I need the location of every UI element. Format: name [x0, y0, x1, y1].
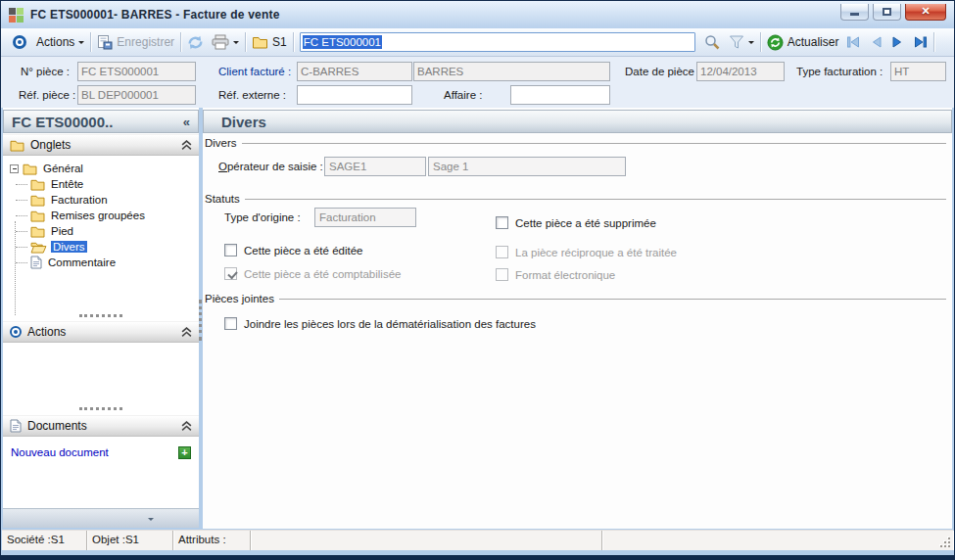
- panel-splitter-handle[interactable]: [79, 314, 122, 317]
- status-empty-cell: [602, 531, 953, 550]
- add-document-button[interactable]: +: [178, 446, 191, 459]
- toolbar-separator: [760, 32, 761, 52]
- operateur-saisie-label: Opérateur de saisie :: [218, 157, 323, 176]
- toolbar-separator: [933, 32, 934, 52]
- filter-caret-icon: [748, 41, 754, 47]
- actualiser-button[interactable]: Actualiser: [767, 34, 839, 51]
- tree-node-entete[interactable]: Entête: [3, 176, 199, 192]
- save-button[interactable]: Enregistrer: [97, 34, 174, 50]
- affaire-field[interactable]: [510, 85, 610, 105]
- record-target-icon: [13, 35, 26, 49]
- ref-piece-label: Réf. pièce :: [19, 85, 75, 105]
- checkbox-piece-reciproque: La pièce réciproque a été traitée: [496, 246, 677, 258]
- collapse-chevron-icon[interactable]: [181, 140, 192, 151]
- folder-open-icon: [30, 241, 47, 254]
- filter-button[interactable]: [729, 34, 754, 50]
- date-piece-field: 12/04/2013: [696, 62, 785, 81]
- status-objet: Objet :S1: [87, 531, 173, 550]
- sidebar-footer-caret-icon: [148, 518, 154, 524]
- tree-node-remises-groupees[interactable]: Remises groupées: [3, 208, 199, 223]
- collapse-chevron-icon[interactable]: [181, 421, 192, 432]
- refresh-green-icon: [767, 34, 784, 51]
- sidebar-title-bar: FC ETS00000.. «: [3, 110, 199, 133]
- status-attributs: Attributs :: [173, 531, 251, 550]
- checkbox-box[interactable]: [496, 216, 508, 229]
- tabs-tree: Général Entête Facturation Remises group…: [3, 161, 199, 276]
- folder-icon: [23, 163, 37, 175]
- company-folder-button[interactable]: S1: [252, 35, 287, 49]
- affaire-label: Affaire :: [444, 85, 482, 105]
- type-origine-label: Type d'origine :: [224, 208, 301, 227]
- tree-node-divers[interactable]: Divers: [3, 239, 199, 255]
- actions-panel-label: Actions: [27, 325, 66, 339]
- num-piece-label: N° pièce :: [21, 62, 70, 81]
- ref-piece-field: BL DEP000001: [77, 85, 196, 105]
- print-button[interactable]: [212, 34, 239, 50]
- sidebar: FC ETS00000.. « Onglets Général Entête: [3, 108, 199, 528]
- collapse-expander-icon[interactable]: [10, 164, 19, 173]
- onglets-panel-label: Onglets: [30, 138, 71, 152]
- actions-menu-button[interactable]: Actions: [36, 35, 84, 49]
- resize-grip[interactable]: [940, 537, 950, 547]
- folder-icon: [30, 178, 45, 191]
- tree-node-general[interactable]: Général: [3, 161, 199, 176]
- document-search-input[interactable]: FC ETS000001: [300, 32, 695, 52]
- checkbox-piece-supprimee[interactable]: Cette pièce a été supprimée: [496, 216, 656, 229]
- sidebar-resize-handle[interactable]: [199, 300, 202, 341]
- checkbox-box[interactable]: [224, 317, 237, 330]
- ref-externe-field[interactable]: [297, 85, 412, 105]
- folder-icon: [252, 35, 268, 49]
- new-document-link[interactable]: Nouveau document: [11, 446, 109, 458]
- close-icon: ✕: [921, 5, 930, 18]
- folder-icon: [10, 139, 24, 152]
- close-button[interactable]: ✕: [905, 4, 946, 21]
- maximize-button[interactable]: [873, 4, 901, 21]
- collapse-chevron-icon[interactable]: [181, 327, 192, 338]
- sidebar-footer-bar[interactable]: [3, 508, 199, 528]
- maximize-icon: [883, 8, 891, 16]
- checkbox-piece-editee[interactable]: Cette pièce a été éditée: [224, 244, 362, 257]
- nav-previous-button[interactable]: [870, 36, 883, 48]
- tree-node-facturation[interactable]: Facturation: [3, 192, 199, 208]
- group-pieces-jointes: Pièces jointes: [205, 293, 946, 304]
- checkbox-box: [496, 246, 508, 258]
- print-caret-icon: [233, 41, 239, 47]
- toolbar-separator: [245, 32, 246, 52]
- status-empty-cell: [251, 531, 602, 550]
- checkbox-box: [224, 267, 237, 280]
- refresh-button[interactable]: [187, 34, 204, 51]
- refresh-icon: [187, 34, 204, 51]
- type-origine-field: Facturation: [314, 208, 416, 227]
- toolbar-separator: [180, 32, 181, 52]
- window-bottom-edge: [1, 555, 954, 559]
- save-icon: [97, 34, 113, 50]
- checkbox-joindre-pieces[interactable]: Joindre les pièces lors de la dématérial…: [224, 317, 536, 330]
- tree-node-commentaire[interactable]: Commentaire: [3, 255, 199, 270]
- minimize-button[interactable]: [840, 4, 869, 21]
- folder-icon: [30, 194, 45, 207]
- search-button[interactable]: [704, 34, 720, 50]
- main-content: Divers Divers Opérateur de saisie : SAGE…: [203, 108, 952, 529]
- checkbox-box[interactable]: [224, 244, 237, 257]
- checkbox-box: [496, 268, 508, 281]
- folder-icon: [30, 225, 45, 238]
- ref-externe-label: Réf. externe :: [218, 85, 286, 105]
- nav-last-button[interactable]: [913, 36, 928, 48]
- sidebar-collapse-button[interactable]: «: [183, 115, 190, 129]
- client-facture-label: Client facturé :: [218, 62, 291, 81]
- tree-guide: [15, 221, 16, 315]
- operateur-code-field: SAGE1: [324, 157, 426, 176]
- tree-node-pied[interactable]: Pied: [3, 223, 199, 239]
- nav-next-button[interactable]: [891, 36, 904, 48]
- nav-first-button[interactable]: [846, 36, 861, 48]
- search-input-value: FC ETS000001: [303, 35, 382, 49]
- panel-header-documents[interactable]: Documents: [3, 415, 199, 437]
- filter-icon: [729, 34, 744, 50]
- client-name-field: BARRES: [413, 62, 610, 81]
- group-divers: Divers: [205, 137, 946, 149]
- panel-header-onglets[interactable]: Onglets: [3, 134, 199, 156]
- panel-splitter-handle[interactable]: [79, 407, 122, 410]
- minimize-icon: [850, 13, 859, 16]
- panel-header-actions[interactable]: Actions: [3, 321, 199, 343]
- document-icon: [10, 419, 22, 433]
